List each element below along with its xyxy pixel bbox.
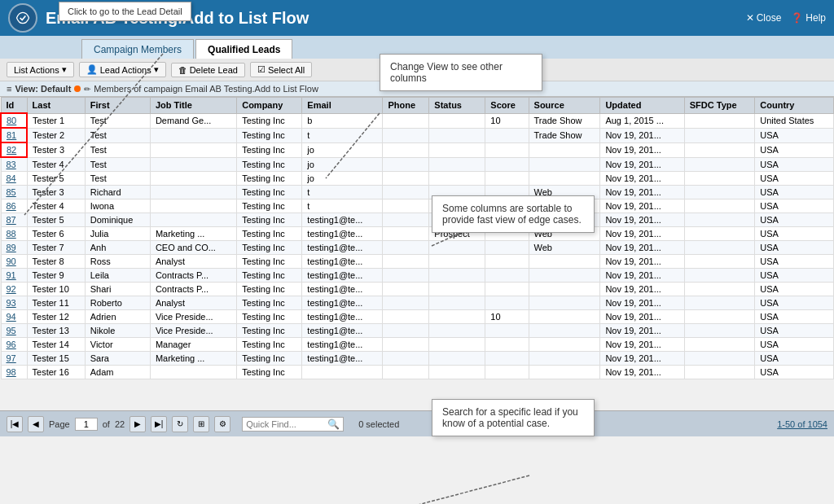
- tab-campaign-members[interactable]: Campaign Members: [81, 39, 194, 59]
- id-cell: 90: [1, 255, 27, 269]
- lead-id-link[interactable]: 86: [7, 201, 16, 211]
- list-actions-button[interactable]: List Actions ▾: [7, 62, 74, 77]
- cell-email: testing1@te...: [302, 338, 383, 352]
- lead-id-link[interactable]: 96: [7, 340, 16, 349]
- settings-button[interactable]: ⚙: [214, 416, 230, 432]
- select-all-button[interactable]: ☑ Select All: [250, 62, 312, 77]
- cell-score: 10: [485, 113, 529, 128]
- quick-find-input[interactable]: [246, 419, 327, 429]
- lead-id-link[interactable]: 97: [7, 353, 16, 363]
- table-header-row: Id Last First Job Title Company Email Ph…: [1, 98, 834, 114]
- cell-job_title: [150, 186, 236, 199]
- grid-view-button[interactable]: ⊞: [193, 416, 209, 432]
- first-page-button[interactable]: |◀: [7, 416, 23, 432]
- col-status[interactable]: Status: [429, 98, 485, 114]
- id-cell: 92: [1, 283, 27, 296]
- col-last[interactable]: Last: [27, 98, 85, 114]
- lead-id-link[interactable]: 87: [7, 215, 16, 225]
- cell-company: Testing Inc: [237, 172, 302, 186]
- cell-source: [529, 310, 600, 324]
- last-page-button[interactable]: ▶|: [151, 416, 167, 432]
- footer: |◀ ◀ Page of 22 ▶ ▶| ↻ ⊞ ⚙ 🔍 0 selected …: [0, 410, 834, 436]
- cell-company: Testing Inc: [237, 283, 302, 296]
- col-company[interactable]: Company: [237, 98, 302, 114]
- col-score[interactable]: Score: [485, 98, 529, 114]
- cell-email: testing1@te...: [302, 241, 383, 255]
- svg-line-3: [375, 476, 529, 504]
- col-id[interactable]: Id: [1, 98, 27, 114]
- close-button[interactable]: ✕ Close: [746, 12, 782, 24]
- cell-score: [485, 128, 529, 142]
- col-updated[interactable]: Updated: [600, 98, 684, 114]
- cell-phone: [383, 199, 429, 213]
- col-first[interactable]: First: [85, 98, 150, 114]
- lead-actions-button[interactable]: 👤 Lead Actions ▾: [79, 62, 166, 77]
- id-cell: 94: [1, 310, 27, 324]
- table-row: 86Tester 4IwonaTesting InctWebNov 19, 20…: [1, 199, 834, 213]
- lead-id-link[interactable]: 82: [7, 145, 16, 155]
- lead-id-link[interactable]: 85: [7, 187, 16, 197]
- cell-phone: [383, 227, 429, 241]
- lead-id-link[interactable]: 83: [7, 160, 16, 169]
- table-row: 95Tester 13NikoleVice Preside...Testing …: [1, 324, 834, 338]
- header-actions: ✕ Close ❓ Help: [746, 12, 826, 24]
- lead-id-link[interactable]: 84: [7, 173, 16, 183]
- table-container[interactable]: Id Last First Job Title Company Email Ph…: [0, 97, 834, 410]
- lead-id-link[interactable]: 89: [7, 243, 16, 252]
- lead-id-link[interactable]: 95: [7, 326, 16, 335]
- prev-page-button[interactable]: ◀: [28, 416, 44, 432]
- cell-last: Tester 3: [27, 186, 85, 199]
- lead-id-link[interactable]: 98: [7, 367, 16, 377]
- cell-country: USA: [755, 227, 834, 241]
- lead-id-link[interactable]: 80: [7, 116, 16, 125]
- page-input[interactable]: [75, 418, 98, 431]
- cell-updated: Nov 19, 201...: [600, 338, 684, 352]
- cell-country: USA: [755, 310, 834, 324]
- cell-country: USA: [755, 296, 834, 310]
- id-cell: 89: [1, 241, 27, 255]
- col-phone[interactable]: Phone: [383, 98, 429, 114]
- cell-phone: [383, 172, 429, 186]
- lead-id-link[interactable]: 90: [7, 256, 16, 266]
- close-icon: ✕: [746, 12, 754, 24]
- cell-phone: [383, 310, 429, 324]
- col-country[interactable]: Country: [755, 98, 834, 114]
- cell-first: Iwona: [85, 199, 150, 213]
- cell-last: Tester 13: [27, 324, 85, 338]
- table-row: 91Tester 9LeilaContracts P...Testing Inc…: [1, 269, 834, 283]
- col-source[interactable]: Source: [529, 98, 600, 114]
- lead-id-link[interactable]: 94: [7, 312, 16, 322]
- help-button[interactable]: ❓ Help: [791, 12, 826, 24]
- cell-company: Testing Inc: [237, 338, 302, 352]
- tab-qualified-leads[interactable]: Qualified Leads: [195, 39, 292, 59]
- cell-job_title: [150, 366, 236, 379]
- lead-id-link[interactable]: 93: [7, 298, 16, 308]
- refresh-button[interactable]: ↻: [172, 416, 188, 432]
- cell-sfdc_type: [684, 128, 755, 142]
- delete-lead-button[interactable]: 🗑 Delete Lead: [171, 63, 245, 77]
- table-row: 97Tester 15SaraMarketing ...Testing Inct…: [1, 352, 834, 366]
- cell-score: [485, 338, 529, 352]
- cell-updated: Nov 19, 201...: [600, 128, 684, 142]
- cell-updated: Nov 19, 201...: [600, 310, 684, 324]
- cell-phone: [383, 352, 429, 366]
- cell-email: testing1@te...: [302, 283, 383, 296]
- cell-email: testing1@te...: [302, 269, 383, 283]
- cell-status: [429, 338, 485, 352]
- lead-id-link[interactable]: 88: [7, 229, 16, 239]
- col-job-title[interactable]: Job Title: [150, 98, 236, 114]
- cell-first: Nikole: [85, 324, 150, 338]
- table-row: 85Tester 3RichardTesting InctWebNov 19, …: [1, 186, 834, 199]
- lead-id-link[interactable]: 91: [7, 270, 16, 280]
- lead-id-link[interactable]: 81: [7, 130, 16, 140]
- cell-job_title: Contracts P...: [150, 283, 236, 296]
- cell-company: Testing Inc: [237, 255, 302, 269]
- change-view-callout: Change View to see other columns: [380, 54, 542, 91]
- cell-company: Testing Inc: [237, 157, 302, 172]
- lead-id-link[interactable]: 92: [7, 284, 16, 294]
- cell-source: Trade Show: [529, 128, 600, 142]
- col-sfdc-type[interactable]: SFDC Type: [684, 98, 755, 114]
- cell-phone: [383, 213, 429, 227]
- next-page-button[interactable]: ▶: [129, 416, 146, 432]
- col-email[interactable]: Email: [302, 98, 383, 114]
